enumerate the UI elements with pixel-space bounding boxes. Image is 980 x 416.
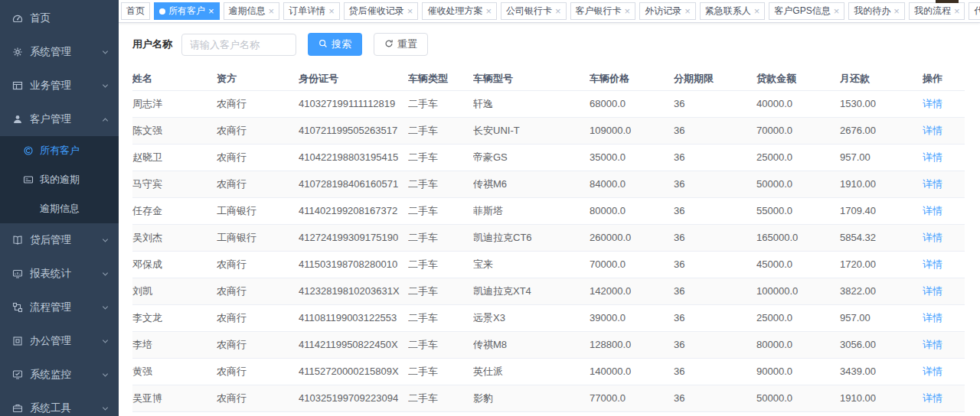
monitor-icon	[11, 369, 24, 381]
tab-外访记录[interactable]: 外访记录×	[639, 2, 696, 20]
table-cell: 刘凯	[132, 278, 217, 304]
table-cell: 50000.0	[756, 171, 840, 197]
detail-link[interactable]: 详情	[923, 151, 942, 163]
detail-link[interactable]: 详情	[923, 339, 942, 350]
table-cell: 70000.0	[590, 251, 674, 278]
detail-link[interactable]: 详情	[923, 392, 942, 404]
sidebar-item-系统监控[interactable]: 系统监控	[0, 358, 119, 392]
detail-link[interactable]: 详情	[923, 366, 942, 377]
table-cell: 36	[674, 117, 756, 144]
chevron-down-icon	[101, 304, 109, 312]
sidebar-item-办公管理[interactable]: 办公管理	[0, 324, 119, 358]
tab-close-icon[interactable]: ×	[485, 6, 492, 16]
tab-我的待办[interactable]: 我的待办×	[848, 2, 905, 20]
tab-首页[interactable]: 首页	[121, 2, 150, 20]
table-cell: 凯迪拉克CT6	[473, 224, 590, 251]
table-cell: 25000.0	[756, 144, 840, 171]
detail-link[interactable]: 详情	[923, 285, 942, 297]
table-cell: 凯迪拉克XT4	[473, 278, 590, 304]
table-cell: 二手车	[408, 304, 473, 331]
tab-订单详情[interactable]: 订单详情×	[283, 2, 340, 20]
table-row: 刘伟工商银行二手车详情	[132, 411, 965, 416]
table-cell: 36	[674, 358, 756, 385]
sidebar-subitem-label: 逾期信息	[40, 202, 80, 216]
table-cell: 二手车	[408, 224, 473, 251]
table-cell: 工商银行	[217, 411, 299, 416]
table-cell: 411081199003122553	[299, 304, 408, 331]
sidebar-subitem-所有客户[interactable]: 所有客户	[0, 136, 119, 165]
table-cell: 1530.00	[840, 90, 923, 117]
tab-close-icon[interactable]: ×	[754, 6, 760, 16]
sidebar-subitem-label: 所有客户	[40, 144, 80, 158]
search-button[interactable]: 搜索	[308, 33, 362, 56]
tab-close-icon[interactable]: ×	[269, 6, 275, 16]
reset-button-label: 重置	[397, 37, 417, 51]
table-cell: 农商行	[217, 331, 299, 358]
tab-客户GPS信息[interactable]: 客户GPS信息×	[769, 2, 844, 20]
chevron-down-icon	[101, 236, 109, 245]
sidebar-subitem-逾期信息[interactable]: 逾期信息	[0, 194, 119, 223]
tab-逾期信息[interactable]: 逾期信息×	[224, 2, 280, 20]
sidebar-item-贷后管理[interactable]: 贷后管理	[0, 223, 119, 257]
tab-close-icon[interactable]: ×	[555, 6, 561, 16]
tab-催收处理方案[interactable]: 催收处理方案×	[422, 2, 497, 20]
tab-紧急联系人[interactable]: 紧急联系人×	[700, 2, 766, 20]
tab-close-icon[interactable]: ×	[328, 6, 335, 16]
sidebar-item-客户管理[interactable]: 客户管理	[0, 102, 119, 136]
detail-link[interactable]: 详情	[923, 205, 942, 216]
tab-我的流程[interactable]: 我的流程×	[909, 2, 965, 20]
table-cell: 马守宾	[132, 171, 217, 197]
detail-link[interactable]: 详情	[923, 258, 942, 270]
table-cell: 长安UNI-T	[473, 117, 590, 144]
tab-close-icon[interactable]: ×	[954, 6, 960, 16]
reset-button[interactable]: 重置	[374, 33, 428, 56]
tab-close-icon[interactable]: ×	[625, 6, 631, 16]
column-header-车辆型号: 车辆型号	[473, 67, 590, 90]
table-cell: 1709.40	[840, 197, 923, 224]
search-input[interactable]	[181, 34, 296, 56]
table-cell: 41142119950822450X	[299, 331, 408, 358]
sidebar-item-label: 办公管理	[30, 334, 101, 348]
table-cell: 二手车	[408, 90, 473, 117]
table-cell: 农商行	[217, 278, 299, 304]
sidebar-item-流程管理[interactable]: 流程管理	[0, 291, 119, 324]
sidebar-item-报表统计[interactable]: 报表统计	[0, 257, 119, 291]
tab-close-icon[interactable]: ×	[407, 6, 413, 16]
table-cell: 影豹	[473, 385, 590, 411]
detail-link[interactable]: 详情	[923, 178, 942, 190]
detail-link[interactable]: 详情	[923, 312, 942, 323]
tab-公司银行卡[interactable]: 公司银行卡×	[501, 2, 567, 20]
sidebar-item-系统管理[interactable]: 系统管理	[0, 35, 119, 69]
tab-close-icon[interactable]: ×	[684, 6, 691, 16]
sidebar-item-首页[interactable]: 首页	[0, 2, 119, 35]
table-cell-actions: 详情	[923, 385, 965, 411]
detail-link[interactable]: 详情	[923, 125, 942, 136]
tab-close-icon[interactable]: ×	[208, 6, 214, 16]
tab-close-icon[interactable]: ×	[893, 6, 900, 16]
table-cell: 菲斯塔	[473, 197, 590, 224]
table-cell: 50000.0	[756, 385, 840, 411]
tab-label: 外访记录	[645, 5, 681, 18]
tab-所有客户[interactable]: 所有客户×	[154, 2, 220, 20]
table-cell: 刘伟	[132, 411, 217, 416]
table-cell	[840, 411, 923, 416]
table-cell: 帝豪GS	[473, 144, 590, 171]
table-cell: 工商银行	[217, 224, 299, 251]
table-cell-actions: 详情	[923, 90, 965, 117]
detail-link[interactable]: 详情	[923, 98, 942, 109]
tabs-bar: 首页所有客户×逾期信息×订单详情×贷后催收记录×催收处理方案×公司银行卡×客户银…	[119, 0, 980, 23]
table-cell	[674, 411, 756, 416]
tab-代签任务[interactable]: 代签任务×	[969, 2, 980, 20]
tab-客户银行卡[interactable]: 客户银行卡×	[570, 2, 636, 20]
detail-link[interactable]: 详情	[923, 232, 942, 243]
sidebar-item-系统工具[interactable]: 系统工具	[0, 392, 119, 416]
tab-贷后催收记录[interactable]: 贷后催收记录×	[344, 2, 419, 20]
tab-close-icon[interactable]: ×	[834, 6, 840, 16]
table-cell: 128800.0	[590, 331, 674, 358]
customers-icon	[23, 145, 34, 156]
sidebar-subitem-我的逾期[interactable]: 我的逾期	[0, 165, 119, 194]
table-cell: 41152720000215809X	[299, 358, 408, 385]
table-cell: 黄强	[132, 358, 217, 385]
search-button-label: 搜索	[332, 37, 351, 51]
sidebar-item-业务管理[interactable]: 业务管理	[0, 69, 119, 102]
